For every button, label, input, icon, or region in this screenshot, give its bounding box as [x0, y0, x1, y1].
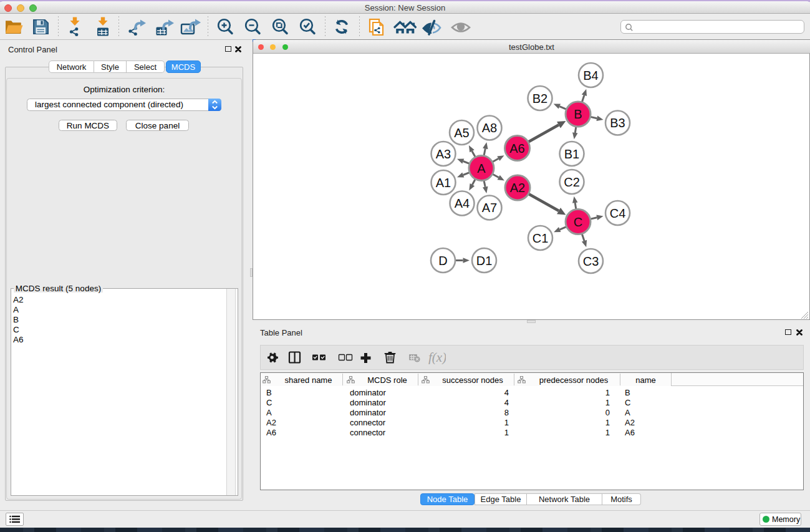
svg-text:A3: A3: [436, 147, 451, 161]
svg-text:A8: A8: [482, 121, 497, 135]
svg-text:C2: C2: [564, 175, 580, 189]
svg-text:C3: C3: [583, 254, 599, 268]
svg-text:A7: A7: [482, 201, 497, 215]
svg-text:D1: D1: [476, 254, 493, 268]
svg-text:A2: A2: [510, 181, 525, 195]
svg-text:B: B: [574, 107, 582, 121]
svg-text:A5: A5: [454, 126, 469, 140]
svg-text:B2: B2: [533, 92, 547, 105]
svg-text:B3: B3: [610, 116, 625, 130]
svg-text:f(x): f(x): [428, 351, 446, 364]
svg-text:C: C: [574, 215, 582, 229]
svg-text:C1: C1: [533, 231, 549, 245]
svg-text:A: A: [477, 162, 486, 175]
svg-text:B1: B1: [564, 147, 579, 161]
svg-text:D: D: [438, 254, 447, 268]
svg-text:B4: B4: [583, 69, 598, 82]
svg-text:A4: A4: [455, 196, 470, 210]
svg-text:A6: A6: [509, 142, 524, 155]
svg-text:C4: C4: [610, 206, 626, 220]
svg-text:A1: A1: [436, 176, 451, 190]
